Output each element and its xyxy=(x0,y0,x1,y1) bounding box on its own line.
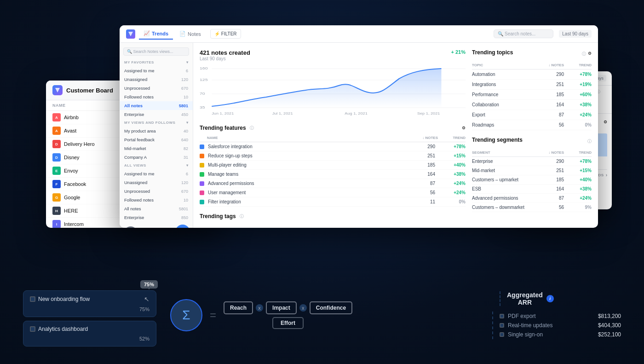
topic-row[interactable]: Collaboration 164 +38% xyxy=(472,100,592,110)
info-icon: ⓘ xyxy=(250,125,254,131)
formula-top-row: Reach x Impact x Confidence xyxy=(224,301,352,314)
topic-row[interactable]: Integrations 251 +19% xyxy=(472,80,592,90)
col-notes: ↓ NOTES xyxy=(541,63,564,67)
formula-multiply-2: x xyxy=(299,304,307,312)
search-input[interactable]: 🔍 Search notes... xyxy=(494,29,553,38)
settings-icon[interactable]: ⚙ xyxy=(604,120,607,124)
sidebar-item-company-a[interactable]: Company A31 xyxy=(120,153,193,162)
line-chart: 160 125 70 35 xyxy=(200,65,466,116)
sidebar-all-assigned[interactable]: Assigned to me6 xyxy=(120,169,193,178)
svg-text:125: 125 xyxy=(200,78,208,82)
segments-section: Trending segments ⓘ SEGMENT ↓ NOTES TREN… xyxy=(472,137,592,212)
trends-sidebar: 🔍 Search Notes views... MY FAVORITES ▾ A… xyxy=(120,43,193,228)
segment-row[interactable]: Customers – upmarket 185 +40% xyxy=(472,175,592,185)
topic-row[interactable]: Export 87 +24% xyxy=(472,110,592,120)
arr-checkbox[interactable] xyxy=(500,323,504,328)
filter-button[interactable]: ⚡ FILTER xyxy=(210,29,241,39)
notes-search[interactable]: 🔍 Search Notes views... xyxy=(123,47,189,56)
sidebar-item-all-notes[interactable]: All notes5801 xyxy=(120,101,193,110)
feature-row[interactable]: Manage teams 164 +38% xyxy=(200,170,466,179)
svg-text:70: 70 xyxy=(200,92,205,96)
progress-tooltip: 75% xyxy=(140,280,158,289)
sidebar-item-followed[interactable]: Followed notes10 xyxy=(120,92,193,101)
progress-item-header: Analytics dashboard xyxy=(30,326,150,332)
sidebar-all-followed[interactable]: Followed notes10 xyxy=(120,196,193,204)
topics-section: Trending topics ⓘ ⚙ TOPIC ↓ NOTES TREND xyxy=(472,49,592,130)
add-button[interactable]: + xyxy=(175,225,190,228)
feature-row[interactable]: Salesforce integration 290 +78% xyxy=(200,142,466,151)
chart-subtitle: Last 90 days xyxy=(200,56,466,61)
svg-text:Jul 1, 2021: Jul 1, 2021 xyxy=(272,112,293,116)
tags-header: Trending tags ⓘ xyxy=(200,213,466,220)
feature-row[interactable]: Advanced permissions 87 +24% xyxy=(200,179,466,188)
topic-row[interactable]: Automation 290 +78% xyxy=(472,69,592,80)
arr-row-sso: Single sign-on $252,100 xyxy=(500,330,621,339)
formula-tag-reach[interactable]: Reach xyxy=(224,301,253,314)
progress-percentage: 52% xyxy=(139,336,150,341)
col-name-label: NAME xyxy=(200,136,415,140)
col-trend: TREND xyxy=(564,150,592,155)
segment-row[interactable]: Customers – downmarket 56 9% xyxy=(472,203,592,212)
tab-trends[interactable]: 📈 Trends xyxy=(139,28,173,40)
feature-row[interactable]: Multi-player editing 185 +40% xyxy=(200,161,466,170)
sidebar-all-enterprise[interactable]: Enterprise850 xyxy=(120,213,193,222)
sidebar-item-product-area[interactable]: My product area40 xyxy=(120,127,193,135)
feature-row[interactable]: Filter integration 11 0% xyxy=(200,197,466,207)
segment-row[interactable]: Advanced permissions 87 +24% xyxy=(472,194,592,203)
features-title: Trending features xyxy=(200,125,246,131)
info-icon: ⓘ xyxy=(587,139,592,144)
equals-sign: = xyxy=(210,309,216,322)
sidebar-item-enterprise[interactable]: Enterprise450 xyxy=(120,110,193,119)
arr-value: $813,200 xyxy=(598,313,621,319)
company-name: Airbnb xyxy=(64,115,79,120)
progress-bar-row: 52% xyxy=(30,336,150,341)
progress-items-section: 75% New onboarding flow ↖ 75% Analytics … xyxy=(23,280,156,350)
sidebar-item-unassigned[interactable]: Unassigned120 xyxy=(120,75,193,84)
segment-row[interactable]: ESB 164 +38% xyxy=(472,185,592,194)
arr-checkbox[interactable] xyxy=(500,332,504,337)
segment-row[interactable]: Mid-market 251 +15% xyxy=(472,166,592,175)
arr-item-name: Single sign-on xyxy=(508,331,594,338)
filter-icon: ⚡ xyxy=(214,31,220,36)
settings-icon[interactable]: ⚙ xyxy=(462,126,466,130)
cards-area: Customer Board BY COMPANY NAME # OF NOTE… xyxy=(46,25,598,237)
sidebar-all-unassigned[interactable]: Unassigned120 xyxy=(120,178,193,187)
date-range[interactable]: Last 90 days xyxy=(559,30,592,38)
company-name: HERE xyxy=(64,208,78,214)
progress-item-onboarding[interactable]: New onboarding flow ↖ 75% xyxy=(23,290,156,317)
settings-icon[interactable]: ⚙ xyxy=(588,51,592,57)
sidebar-all-notes[interactable]: All notes5801 xyxy=(120,204,193,213)
arr-value: $252,100 xyxy=(598,331,621,338)
arr-checkbox[interactable] xyxy=(500,314,504,318)
cursor-icon: ↖ xyxy=(144,295,150,303)
progress-checkbox[interactable] xyxy=(30,326,35,332)
sidebar-item-portal-feedback[interactable]: Portal feedback640 xyxy=(120,135,193,144)
topic-row[interactable]: Roadmaps 56 0% xyxy=(472,120,592,130)
topic-row[interactable]: Performance 185 +60% xyxy=(472,90,592,100)
tab-notes[interactable]: 📄 Notes xyxy=(175,29,206,39)
segment-row[interactable]: Enterprise 290 +78% xyxy=(472,157,592,166)
feature-row[interactable]: User management 56 +24% xyxy=(200,188,466,197)
sidebar-item-assigned[interactable]: Assigned to me6 xyxy=(120,66,193,75)
formula-tag-confidence[interactable]: Confidence xyxy=(310,301,352,314)
chevron-icon: ▾ xyxy=(186,60,189,64)
favorites-label: MY FAVORITES ▾ xyxy=(120,58,193,66)
progress-percentage: 75% xyxy=(139,306,150,312)
formula-tag-effort[interactable]: Effort xyxy=(272,317,304,329)
feature-row[interactable]: Reduce sign-up steps 251 +15% xyxy=(200,151,466,161)
sidebar-item-unprocessed[interactable]: Unprocessed670 xyxy=(120,84,193,92)
trends-main-content: + 21% 421 notes created Last 90 days xyxy=(193,43,598,228)
sidebar-all-unprocessed[interactable]: Unprocessed670 xyxy=(120,187,193,196)
info-icon: ⓘ xyxy=(240,214,244,220)
formula-tag-impact[interactable]: Impact xyxy=(266,301,297,314)
sigma-symbol: Σ xyxy=(170,299,202,331)
progress-item-analytics[interactable]: Analytics dashboard 52% xyxy=(23,321,156,347)
col-trend: TREND xyxy=(564,63,592,67)
progress-checkbox[interactable] xyxy=(30,296,35,302)
trends-right-panel: Trending topics ⓘ ⚙ TOPIC ↓ NOTES TREND xyxy=(472,49,592,221)
sidebar-item-mid-market[interactable]: Mid-market82 xyxy=(120,144,193,153)
col-notes: ↓ NOTES xyxy=(541,150,564,155)
all-views-label: ALL VIEWS ▾ xyxy=(120,162,193,169)
trends-left-panel: + 21% 421 notes created Last 90 days xyxy=(200,49,466,221)
segments-title: Trending segments xyxy=(472,137,523,143)
